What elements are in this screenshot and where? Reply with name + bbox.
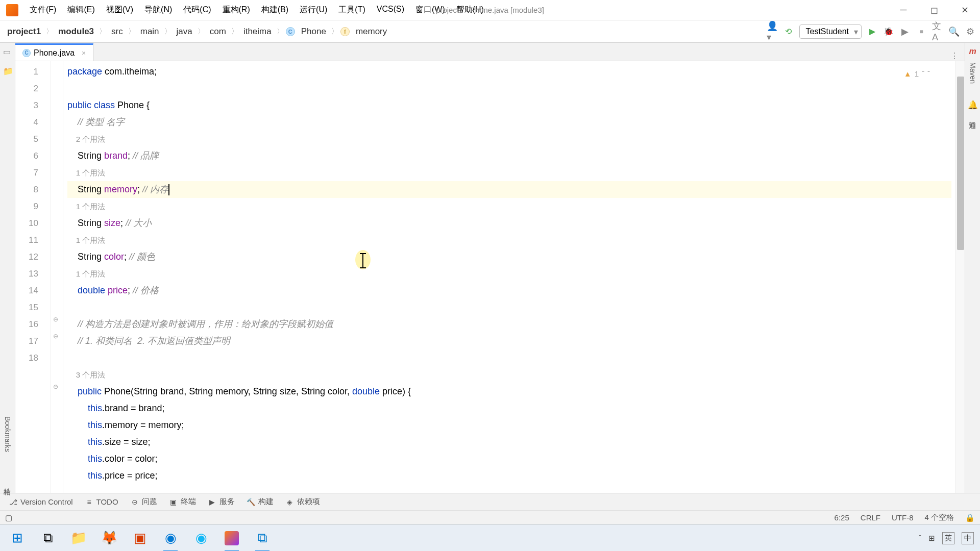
task-view-icon[interactable]: ⧉: [37, 527, 59, 549]
status-left: ▢: [5, 513, 12, 522]
ime-lang1[interactable]: 英: [942, 532, 954, 544]
maximize-button[interactable]: ◻: [919, 0, 949, 20]
translate-icon[interactable]: 文A: [932, 26, 943, 37]
tray-chevron-icon[interactable]: ˆ: [919, 534, 921, 542]
start-button[interactable]: ⊞: [6, 527, 29, 549]
user-icon[interactable]: 👤▾: [767, 26, 778, 37]
run-config-select[interactable]: TestStudent: [799, 24, 862, 39]
bc-java[interactable]: java: [174, 26, 195, 38]
fold-icon[interactable]: ⊖: [53, 316, 58, 323]
chevron-right-icon: 〉: [198, 27, 205, 36]
bell-icon[interactable]: 🔔: [968, 100, 978, 110]
menu-run[interactable]: 运行(U): [295, 3, 332, 17]
bc-module[interactable]: module3: [55, 26, 97, 38]
fold-icon[interactable]: ⊖: [53, 333, 58, 340]
settings-icon[interactable]: ⚙: [965, 26, 976, 37]
minimize-button[interactable]: ─: [888, 0, 919, 20]
fold-gutter[interactable]: ⊖ ⊖ ⊖: [51, 61, 63, 493]
debug-button[interactable]: 🐞: [883, 26, 894, 37]
todo-tool[interactable]: ≡TODO: [80, 495, 124, 508]
menu-navigate[interactable]: 导航(N): [139, 3, 177, 17]
menu-code[interactable]: 代码(C): [178, 3, 216, 17]
menu-refactor[interactable]: 重构(R): [217, 3, 255, 17]
scrollbar[interactable]: [955, 61, 965, 493]
tab-menu-icon[interactable]: ⋮: [944, 51, 965, 61]
problems-tool[interactable]: ⊝问题: [126, 495, 162, 509]
close-tab-icon[interactable]: ×: [82, 49, 86, 57]
code-editor[interactable]: 123456789101112131415161718 ⊖ ⊖ ⊖ ▲ 1 ˆ …: [15, 61, 965, 493]
navigation-bar: project1 〉 module3 〉 src 〉 main 〉 java 〉…: [0, 20, 980, 43]
ime-lang2[interactable]: 中: [962, 532, 974, 544]
indent[interactable]: 4 个空格: [924, 513, 954, 522]
menu-build[interactable]: 构建(B): [256, 3, 293, 17]
office-icon[interactable]: ▣: [129, 527, 151, 549]
edge-icon[interactable]: ◉: [159, 527, 182, 549]
title-bar: 文件(F) 编辑(E) 视图(V) 导航(N) 代码(C) 重构(R) 构建(B…: [0, 0, 980, 20]
maven-tool[interactable]: Maven: [969, 62, 977, 84]
tray-grid-icon[interactable]: ⊞: [928, 534, 935, 543]
run-button[interactable]: ▶: [867, 26, 878, 37]
class-icon: C: [286, 27, 295, 36]
terminal-tool[interactable]: ▣终端: [164, 495, 201, 509]
status-icon[interactable]: ▢: [5, 513, 12, 522]
chevron-up-icon[interactable]: ˆ: [922, 65, 924, 82]
status-right: 6:25 CRLF UTF-8 4 个空格 🔒: [835, 513, 975, 522]
folder-icon[interactable]: 📁: [3, 66, 12, 76]
chevron-right-icon: 〉: [331, 27, 338, 36]
stop-button[interactable]: ■: [916, 26, 927, 37]
main-area: ▭ 📁 Bookmarks 结构 C Phone.java × ⋮ 123456…: [0, 43, 980, 493]
intellij-icon[interactable]: [220, 527, 243, 549]
hammer-icon: 🔨: [247, 498, 255, 506]
right-tool-strip: m Maven 🔔 通知: [965, 43, 980, 493]
cursor-position[interactable]: 6:25: [835, 513, 849, 522]
menu-edit[interactable]: 编辑(E): [62, 3, 100, 17]
run-coverage-icon[interactable]: ▶: [899, 26, 911, 37]
vscode-icon[interactable]: ⧉: [251, 527, 274, 549]
menu-view[interactable]: 视图(V): [101, 3, 138, 17]
code-content[interactable]: ▲ 1 ˆ ˇ package com.itheima; public clas…: [63, 61, 955, 493]
chevron-right-icon: 〉: [46, 27, 53, 36]
menu-file[interactable]: 文件(F): [24, 3, 61, 17]
maven-icon[interactable]: m: [969, 47, 976, 56]
lock-icon[interactable]: 🔒: [965, 513, 975, 522]
menu-vcs[interactable]: VCS(S): [372, 3, 409, 17]
file-explorer-icon[interactable]: 📁: [67, 527, 90, 549]
qq-icon[interactable]: ◉: [190, 527, 212, 549]
bookmarks-tool[interactable]: Bookmarks: [4, 416, 12, 452]
toolbar-right: 👤▾ ⟲ TestStudent ▶ 🐞 ▶ ■ 文A 🔍 ⚙: [767, 24, 976, 39]
window-title: project1 - Phone.java [module3]: [436, 6, 544, 14]
bc-itheima[interactable]: itheima: [240, 26, 275, 38]
close-button[interactable]: ✕: [949, 0, 980, 20]
line-numbers: 123456789101112131415161718: [15, 61, 51, 493]
bc-src[interactable]: src: [108, 26, 126, 38]
dependencies-tool[interactable]: ◈依赖项: [281, 495, 325, 509]
class-icon: C: [22, 49, 31, 57]
chevron-right-icon: 〉: [277, 27, 284, 36]
fold-icon[interactable]: ⊖: [53, 383, 58, 390]
line-separator[interactable]: CRLF: [861, 513, 880, 522]
bc-main[interactable]: main: [137, 26, 162, 38]
project-tool-icon[interactable]: ▭: [3, 47, 12, 56]
tab-phone-java[interactable]: C Phone.java ×: [15, 43, 93, 61]
firefox-icon[interactable]: 🦊: [98, 527, 120, 549]
warning-icon: ▲: [904, 65, 912, 82]
inspection-widget[interactable]: ▲ 1 ˆ ˇ: [904, 65, 930, 82]
bc-project[interactable]: project1: [4, 26, 44, 38]
chevron-down-icon[interactable]: ˇ: [927, 65, 930, 82]
text-caret: [168, 184, 169, 195]
encoding[interactable]: UTF-8: [892, 513, 914, 522]
chevron-right-icon: 〉: [128, 27, 135, 36]
search-icon[interactable]: 🔍: [948, 26, 960, 37]
list-icon: ≡: [85, 498, 93, 506]
version-control-tool[interactable]: ⎇Version Control: [4, 495, 78, 508]
services-tool[interactable]: ▶服务: [203, 495, 240, 509]
build-tool[interactable]: 🔨构建: [242, 495, 279, 509]
field-icon: f: [340, 27, 350, 36]
build-icon[interactable]: ⟲: [783, 26, 794, 37]
bc-field[interactable]: memory: [353, 26, 390, 38]
bc-class[interactable]: Phone: [298, 26, 329, 38]
tab-label: Phone.java: [34, 48, 75, 58]
menu-tools[interactable]: 工具(T): [333, 3, 370, 17]
scroll-thumb[interactable]: [957, 77, 964, 250]
bc-com[interactable]: com: [207, 26, 229, 38]
